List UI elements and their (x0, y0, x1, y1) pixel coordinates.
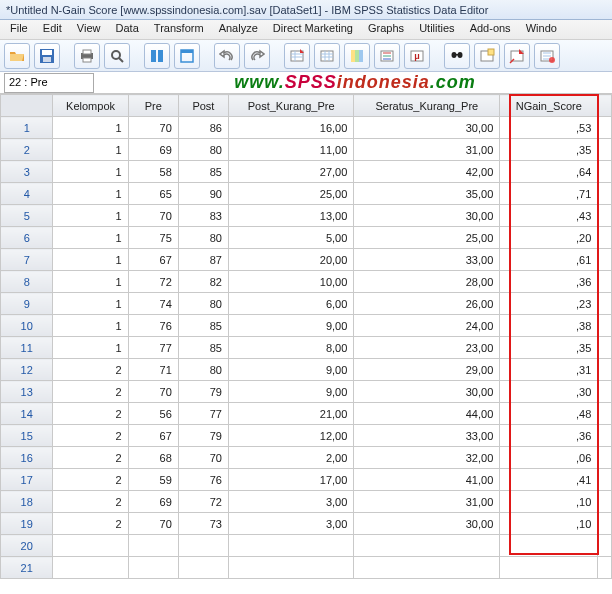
menu-direct-marketing[interactable]: Direct Marketing (267, 20, 359, 36)
menu-view[interactable]: View (71, 20, 107, 36)
cell-extra[interactable] (598, 381, 612, 403)
table-row[interactable]: 19270733,0030,00,10 (1, 513, 612, 535)
cell-post[interactable]: 76 (178, 469, 228, 491)
table-row[interactable]: 51708313,0030,00,43 (1, 205, 612, 227)
cell-extra[interactable] (598, 227, 612, 249)
cell-pre[interactable]: 70 (128, 205, 178, 227)
cell-pre[interactable]: 75 (128, 227, 178, 249)
cell-pkp[interactable] (228, 535, 353, 557)
row-header[interactable]: 17 (1, 469, 53, 491)
cell-kelompok[interactable]: 1 (53, 117, 128, 139)
save-button[interactable] (34, 43, 60, 69)
cell-extra[interactable] (598, 293, 612, 315)
cell-skp[interactable]: 32,00 (354, 447, 500, 469)
cell-kelompok[interactable] (53, 535, 128, 557)
cell-skp[interactable]: 41,00 (354, 469, 500, 491)
cell-ngain[interactable]: ,71 (500, 183, 598, 205)
table-row[interactable]: 13270799,0030,00,30 (1, 381, 612, 403)
row-header[interactable]: 5 (1, 205, 53, 227)
cell-pre[interactable]: 65 (128, 183, 178, 205)
row-header[interactable]: 6 (1, 227, 53, 249)
menu-utilities[interactable]: Utilities (413, 20, 460, 36)
cell-skp[interactable]: 31,00 (354, 139, 500, 161)
cell-ngain[interactable]: ,43 (500, 205, 598, 227)
cell-post[interactable]: 80 (178, 227, 228, 249)
menu-edit[interactable]: Edit (37, 20, 68, 36)
row-header[interactable]: 1 (1, 117, 53, 139)
cell-pkp[interactable]: 25,00 (228, 183, 353, 205)
cell-pkp[interactable]: 9,00 (228, 359, 353, 381)
cell-extra[interactable] (598, 139, 612, 161)
cell-skp[interactable]: 30,00 (354, 205, 500, 227)
cell-pre[interactable]: 74 (128, 293, 178, 315)
goto-case-button[interactable] (284, 43, 310, 69)
cell-extra[interactable] (598, 425, 612, 447)
menu-graphs[interactable]: Graphs (362, 20, 410, 36)
cell-pkp[interactable]: 16,00 (228, 117, 353, 139)
col-seratus-kurang-pre[interactable]: Seratus_Kurang_Pre (354, 95, 500, 117)
cell-pkp[interactable]: 3,00 (228, 513, 353, 535)
cell-kelompok[interactable] (53, 557, 128, 579)
cell-pkp[interactable]: 8,00 (228, 337, 353, 359)
cell-pkp[interactable]: 13,00 (228, 205, 353, 227)
row-header[interactable]: 18 (1, 491, 53, 513)
cell-skp[interactable]: 42,00 (354, 161, 500, 183)
weight-cases-button[interactable] (504, 43, 530, 69)
goto-variable-button[interactable] (314, 43, 340, 69)
cell-kelompok[interactable]: 1 (53, 293, 128, 315)
cell-pre[interactable]: 70 (128, 381, 178, 403)
cell-skp[interactable]: 31,00 (354, 491, 500, 513)
cell-ngain[interactable]: ,36 (500, 425, 598, 447)
cell-post[interactable]: 90 (178, 183, 228, 205)
cell-kelompok[interactable]: 2 (53, 381, 128, 403)
print-button[interactable] (74, 43, 100, 69)
cell-post[interactable]: 85 (178, 337, 228, 359)
show-value-labels-button[interactable]: μ (404, 43, 430, 69)
cell-kelompok[interactable]: 1 (53, 205, 128, 227)
cell-extra[interactable] (598, 183, 612, 205)
cell-pkp[interactable]: 12,00 (228, 425, 353, 447)
row-header[interactable]: 12 (1, 359, 53, 381)
table-row[interactable]: 41659025,0035,00,71 (1, 183, 612, 205)
cell-pkp[interactable]: 5,00 (228, 227, 353, 249)
cell-ngain[interactable]: ,36 (500, 271, 598, 293)
cell-post[interactable]: 79 (178, 381, 228, 403)
cell-pre[interactable]: 56 (128, 403, 178, 425)
cell-pre[interactable]: 72 (128, 271, 178, 293)
cell-skp[interactable]: 30,00 (354, 381, 500, 403)
cell-skp[interactable]: 26,00 (354, 293, 500, 315)
cell-pre[interactable]: 67 (128, 425, 178, 447)
cell-extra[interactable] (598, 337, 612, 359)
cell-kelompok[interactable]: 1 (53, 337, 128, 359)
cell-pre[interactable] (128, 535, 178, 557)
cell-post[interactable]: 77 (178, 403, 228, 425)
cell-pre[interactable]: 67 (128, 249, 178, 271)
cell-pkp[interactable]: 10,00 (228, 271, 353, 293)
cell-pre[interactable]: 68 (128, 447, 178, 469)
cell-skp[interactable]: 23,00 (354, 337, 500, 359)
cell-skp[interactable]: 33,00 (354, 425, 500, 447)
cell-pkp[interactable]: 11,00 (228, 139, 353, 161)
cell-kelompok[interactable]: 2 (53, 447, 128, 469)
cell-post[interactable] (178, 557, 228, 579)
row-header[interactable]: 19 (1, 513, 53, 535)
table-row[interactable]: 152677912,0033,00,36 (1, 425, 612, 447)
cell-ngain[interactable] (500, 557, 598, 579)
cell-pkp[interactable]: 3,00 (228, 491, 353, 513)
cell-post[interactable]: 87 (178, 249, 228, 271)
cell-ngain[interactable]: ,61 (500, 249, 598, 271)
cell-pkp[interactable] (228, 557, 353, 579)
cell-pre[interactable]: 77 (128, 337, 178, 359)
cell-extra[interactable] (598, 469, 612, 491)
table-row[interactable]: 9174806,0026,00,23 (1, 293, 612, 315)
undo-button[interactable] (214, 43, 240, 69)
table-row[interactable]: 10176859,0024,00,38 (1, 315, 612, 337)
table-row[interactable]: 81728210,0028,00,36 (1, 271, 612, 293)
cell-extra[interactable] (598, 513, 612, 535)
cell-post[interactable]: 73 (178, 513, 228, 535)
cell-extra[interactable] (598, 315, 612, 337)
cell-pre[interactable]: 70 (128, 117, 178, 139)
col-ngain-score[interactable]: NGain_Score (500, 95, 598, 117)
cell-ngain[interactable]: ,10 (500, 513, 598, 535)
cell-ngain[interactable]: ,48 (500, 403, 598, 425)
